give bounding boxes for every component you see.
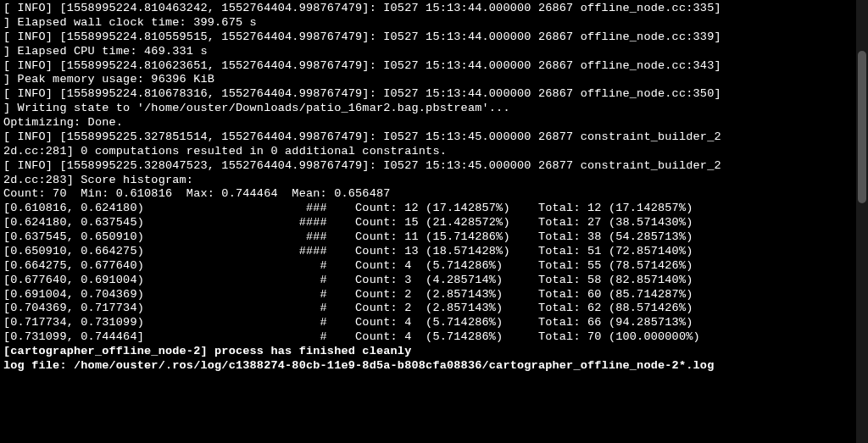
log-line: [0.650910, 0.664275) #### Count: 13 (18.… [3,245,865,259]
log-line: [ INFO] [1558995224.810623651, 155276440… [3,59,865,74]
log-line: [ INFO] [1558995224.810678316, 155276440… [3,87,865,102]
log-line: [cartographer_offline_node-2] process ha… [3,345,865,359]
log-line: Count: 70 Min: 0.610816 Max: 0.744464 Me… [3,187,865,202]
log-line: Optimizing: Done. [3,116,865,130]
log-line: [ INFO] [1558995225.328047523, 155276440… [3,159,865,174]
log-line: 2d.cc:283] Score histogram: [3,174,865,188]
log-line: [0.704369, 0.717734) # Count: 2 (2.85714… [3,302,865,316]
log-line: [ INFO] [1558995224.810559515, 155276440… [3,30,865,45]
log-line: ] Peak memory usage: 96396 KiB [3,73,865,87]
log-line: 2d.cc:281] 0 computations resulted in 0 … [3,145,865,159]
log-line: ] Writing state to '/home/ouster/Downloa… [3,102,865,116]
log-line: [ INFO] [1558995225.327851514, 155276440… [3,130,865,145]
log-line: ] Elapsed wall clock time: 399.675 s [3,16,865,30]
log-line: [0.664275, 0.677640) # Count: 4 (5.71428… [3,259,865,274]
scrollbar-thumb[interactable] [858,51,866,203]
log-line: [0.731099, 0.744464] # Count: 4 (5.71428… [3,330,865,345]
log-line: [0.610816, 0.624180) ### Count: 12 (17.1… [3,202,865,216]
terminal-output[interactable]: [ INFO] [1558995224.810463242, 155276440… [3,2,865,374]
log-line: [0.717734, 0.731099) # Count: 4 (5.71428… [3,316,865,330]
log-line: [0.691004, 0.704369) # Count: 2 (2.85714… [3,288,865,302]
log-line: ] Elapsed CPU time: 469.331 s [3,45,865,59]
log-line: log file: /home/ouster/.ros/log/c1388274… [3,359,865,374]
log-line: [0.637545, 0.650910) ### Count: 11 (15.7… [3,230,865,245]
scrollbar-track[interactable] [856,0,868,443]
log-line: [0.677640, 0.691004) # Count: 3 (4.28571… [3,274,865,288]
log-line: [0.624180, 0.637545) #### Count: 15 (21.… [3,216,865,230]
log-line: [ INFO] [1558995224.810463242, 155276440… [3,2,865,16]
